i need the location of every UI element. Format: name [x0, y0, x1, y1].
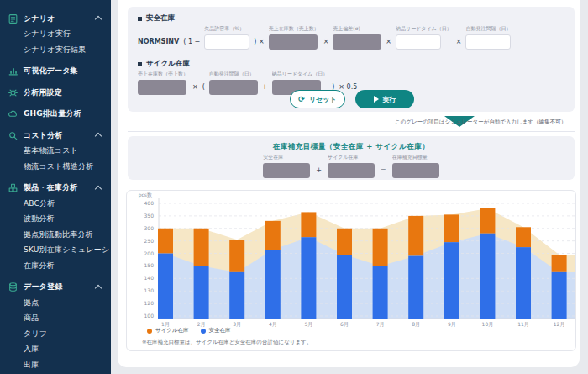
- sidebar-item-8[interactable]: 物流コスト構造分析: [0, 159, 111, 175]
- auto-filled-readonly-box: [263, 163, 310, 178]
- sidebar-item-label: GHG排出量分析: [24, 108, 81, 119]
- section-bullet-icon: [138, 17, 142, 21]
- legend-dot-icon: [147, 329, 152, 334]
- scenario-icon: [8, 13, 18, 24]
- sidebar-item-3[interactable]: 可視化データ集: [0, 64, 111, 80]
- field-label: 自動発注間隔（日）: [209, 71, 258, 78]
- sidebar-item-2[interactable]: シナリオ実行結果: [0, 42, 111, 58]
- reset-button-label: リセット: [309, 95, 337, 104]
- safety-formula-operator: NORMSINV: [138, 38, 179, 45]
- sidebar-item-9[interactable]: 製品・在庫分析: [0, 181, 111, 197]
- legend-item[interactable]: 安全在庫: [201, 327, 231, 334]
- svg-text:300: 300: [144, 225, 155, 231]
- field-label: 納品リードタイム（日）: [396, 25, 452, 33]
- svg-text:6月: 6月: [340, 321, 349, 328]
- sidebar-item-18[interactable]: タリフ: [0, 326, 111, 342]
- svg-text:11月: 11月: [517, 321, 529, 328]
- safety-stock-section-header: 安全在庫: [138, 13, 175, 24]
- sidebar-item-label: 出庫: [24, 360, 39, 371]
- safety-formula-operator: ( 1 −: [183, 38, 200, 45]
- sidebar-item-label: データ登録: [24, 282, 62, 292]
- sidebar-item-17[interactable]: 商品: [0, 311, 111, 327]
- gray-fields-note: このグレーの項目はシミュレーターが自動で入力します（編集不可）: [395, 119, 566, 126]
- legend-item[interactable]: サイクル在庫: [147, 327, 189, 334]
- sidebar-item-16[interactable]: 拠点: [0, 295, 111, 311]
- safety-formula-field: 自動発注間隔（日）: [465, 25, 511, 50]
- legend-dot-icon: [201, 329, 206, 334]
- field-label: 納品リードタイム（日）: [272, 71, 328, 78]
- sidebar-item-4[interactable]: 分析用設定: [0, 85, 111, 101]
- sidebar-item-13[interactable]: SKU別在庫シミュレーション: [0, 243, 111, 259]
- target-field: サイクル在庫: [328, 154, 375, 178]
- editable-input[interactable]: [204, 34, 249, 50]
- field-label: サイクル在庫: [328, 154, 375, 161]
- refresh-icon: ⟳: [298, 96, 305, 103]
- sidebar-item-7[interactable]: 基本物流コスト: [0, 144, 111, 160]
- chart-footnote: ※在庫補充目標量は、サイクル在庫と安全在庫の合計値になります。: [142, 339, 312, 346]
- svg-text:150: 150: [144, 262, 155, 268]
- sidebar-item-label: ABC分析: [24, 198, 55, 209]
- chart-icon: [8, 66, 18, 76]
- svg-text:130: 130: [144, 287, 155, 293]
- cycle-formula-field: 自動発注間隔（日）: [209, 71, 258, 95]
- svg-text:200: 200: [144, 250, 155, 256]
- replenishment-target-panel: 在庫補充目標量（安全在庫 + サイクル在庫） 安全在庫+サイクル在庫=在庫補充目…: [128, 136, 575, 180]
- sidebar-item-label: シナリオ実行: [24, 29, 71, 40]
- safety-formula-operator: ×: [323, 38, 329, 45]
- reset-button[interactable]: ⟳ リセット: [290, 90, 345, 108]
- replenishment-target-title: 在庫補充目標量（安全在庫 + サイクル在庫）: [128, 136, 575, 152]
- auto-filled-readonly-box: [392, 163, 439, 178]
- sidebar-item-12[interactable]: 拠点別流動比率分析: [0, 227, 111, 243]
- main-card: 安全在庫 NORMSINV( 1 −欠品許容率（%）) ×売上在庫数（売上数）×…: [118, 0, 580, 367]
- svg-text:350: 350: [144, 213, 155, 219]
- sidebar-item-20[interactable]: 出庫: [0, 357, 111, 373]
- target-operator: +: [316, 166, 322, 174]
- sidebar-item-label: コスト分析: [24, 130, 63, 141]
- sidebar-item-10[interactable]: ABC分析: [0, 196, 111, 212]
- sidebar-item-label: タリフ: [24, 329, 47, 340]
- sidebar-item-11[interactable]: 波動分析: [0, 212, 111, 228]
- sidebar-item-label: 波動分析: [24, 213, 55, 224]
- sidebar-item-6[interactable]: コスト分析: [0, 128, 111, 144]
- play-icon: [374, 96, 379, 103]
- auto-filled-readonly-box: [269, 34, 318, 50]
- chevron-up-icon[interactable]: [95, 133, 102, 140]
- sidebar-item-0[interactable]: シナリオ: [0, 11, 111, 27]
- svg-text:140: 140: [144, 275, 155, 281]
- sidebar-item-label: 製品・在庫分析: [24, 182, 77, 193]
- field-label: 自動発注間隔（日）: [465, 25, 511, 33]
- sidebar-item-label: 在庫分析: [24, 261, 55, 271]
- editable-input[interactable]: [396, 34, 441, 50]
- safety-stock-formula: NORMSINV( 1 −欠品許容率（%）) ×売上在庫数（売上数）×売上偏差(…: [138, 25, 511, 50]
- chevron-up-icon[interactable]: [95, 16, 102, 23]
- editable-input[interactable]: [465, 34, 511, 50]
- sidebar-item-19[interactable]: 入庫: [0, 342, 111, 358]
- svg-text:4月: 4月: [269, 321, 277, 328]
- safety-formula-operator: ×: [386, 38, 391, 45]
- sidebar-item-14[interactable]: 在庫分析: [0, 258, 111, 274]
- sidebar: シナリオシナリオ実行シナリオ実行結果可視化データ集分析用設定GHG排出量分析コス…: [0, 0, 111, 374]
- auto-filled-readonly-box: [209, 80, 258, 95]
- section-bullet-icon: [138, 62, 142, 66]
- sidebar-item-15[interactable]: データ登録: [0, 280, 111, 296]
- safety-formula-field: 欠品許容率（%）: [204, 25, 249, 50]
- svg-text:8月: 8月: [412, 321, 420, 328]
- cycle-formula-operator: ×: [192, 83, 198, 91]
- sidebar-item-5[interactable]: GHG排出量分析: [0, 107, 111, 123]
- run-button[interactable]: 実行: [355, 90, 414, 108]
- sidebar-item-label: 入庫: [24, 344, 39, 355]
- svg-text:12月: 12月: [554, 321, 565, 328]
- auto-filled-readonly-box: [328, 163, 375, 178]
- sidebar-item-1[interactable]: シナリオ実行: [0, 27, 111, 43]
- inventory-chart-card: pcs数 4003503002502001501401301201001月2月3…: [126, 190, 576, 351]
- svg-text:9月: 9月: [448, 321, 456, 328]
- target-operator: =: [381, 166, 386, 174]
- legend-label: サイクル在庫: [155, 327, 189, 334]
- cycle-formula-field: 売上在庫数（売上数）: [138, 71, 188, 95]
- inventory-icon: [8, 182, 18, 193]
- ghg-icon: [8, 108, 18, 119]
- chevron-up-icon[interactable]: [95, 185, 102, 192]
- svg-text:120: 120: [144, 300, 155, 306]
- chevron-up-icon[interactable]: [95, 284, 102, 291]
- svg-text:100: 100: [144, 313, 155, 319]
